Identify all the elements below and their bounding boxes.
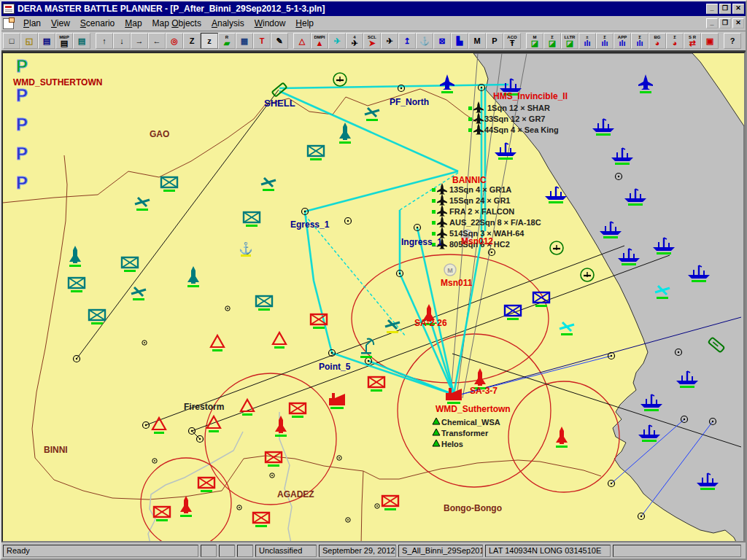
svg-text:P: P [16, 114, 28, 134]
menu-map-objects[interactable]: Map Objects [147, 17, 206, 30]
app-icon[interactable] [3, 4, 15, 14]
ship-button[interactable]: ▙ [451, 33, 468, 49]
map-label: Msn011 [441, 278, 473, 288]
restore-button[interactable]: ❐ [719, 4, 731, 14]
child-restore-button[interactable]: ❐ [719, 18, 731, 28]
dmpi-button[interactable]: DMPI▲ [311, 33, 328, 49]
p-flag-icon[interactable]: P [16, 114, 28, 134]
zoom-out-button[interactable]: z [201, 33, 218, 49]
bg-pie-button[interactable]: BG◕ [649, 33, 666, 49]
pan-down-button[interactable]: ↓ [113, 33, 131, 49]
pan-left-button[interactable]: ← [148, 33, 166, 49]
map-label: AGADEZ [277, 489, 314, 499]
status-panel-1 [201, 545, 217, 557]
menu-bar: PlanViewScenarioMapMap ObjectsAnalysisWi… [1, 16, 746, 31]
map-label: WMD_SUTHERTOWN [13, 77, 102, 88]
menu-window[interactable]: Window [249, 17, 291, 30]
menu-plan[interactable]: Plan [18, 17, 46, 30]
svg-text:⚓: ⚓ [239, 241, 253, 255]
map-label: Chemical_WSA [441, 418, 500, 427]
sam-site-button[interactable]: ↥ [398, 33, 416, 49]
center-target-button[interactable]: ◎ [166, 33, 183, 49]
lltr-map-button[interactable]: LLTR◪ [561, 33, 578, 49]
mission-marker-icon[interactable]: M [444, 264, 456, 276]
svg-text:P: P [16, 173, 28, 192]
map-label: Point_5 [319, 362, 351, 372]
mbp-print-button[interactable]: MBP▤ [55, 33, 73, 49]
aircraft-button[interactable]: ✈ [381, 33, 398, 49]
msn-map-button[interactable]: M◪ [526, 33, 543, 49]
p-overlay-button[interactable]: P [486, 33, 503, 49]
scenario-date: September 29, 2012 [319, 545, 396, 557]
route-button[interactable]: R▰ [218, 33, 236, 49]
map-label: AUS_22Sqn 8 × F/A-18C [449, 218, 541, 227]
sum-pie-button[interactable]: Σ◕ [666, 33, 684, 49]
sum-map-button[interactable]: Σ◪ [543, 33, 561, 49]
map-label: Msn012 [461, 236, 493, 246]
map-label: 44Sqn 4 × Sea King [484, 125, 559, 134]
map-area: PPPPP⚓MMWMD_SUTHERTOWNGAOSHELLPF_NorthHM… [1, 52, 746, 542]
toolbar-group-1: ↑↓→←◎ZzR▰▦T✎ [96, 33, 288, 49]
toolbar-group-3: M◪Σ◪LLTR◪±ılıΣılıAPPılıΣılıBG◕Σ◕S R⇄▣ [526, 33, 719, 49]
threat-triangle-button[interactable]: △ [293, 33, 311, 49]
child-minimize-button[interactable]: _ [706, 18, 718, 28]
p-flag-icon[interactable]: P [16, 85, 28, 105]
child-close-button[interactable]: ✕ [732, 18, 744, 28]
help-button[interactable]: ? [724, 33, 741, 49]
toolbar-group-0: □◱▤MBP▤▤ [3, 33, 90, 49]
cursor-coords: LAT 140934N LONG 0314510E [485, 545, 611, 557]
map-label: 1Sqn 12 × SHAR [487, 104, 550, 112]
menu-view[interactable]: View [46, 17, 75, 30]
draw-pencil-button[interactable]: ✎ [271, 33, 288, 49]
scl-button[interactable]: SCL➤ [363, 33, 381, 49]
aircraft-4-button[interactable]: 4✈ [346, 33, 363, 49]
p-flag-icon[interactable]: P [16, 144, 28, 163]
map-label: Transformer [441, 429, 489, 438]
application-window: DERA MASTER BATTLE PLANNER - [P_After_Bi… [0, 0, 747, 560]
status-panel-4 [613, 545, 741, 557]
map-label: 13Sqn 4 × GR1A [449, 185, 511, 194]
anchor-icon[interactable]: ⚓ [239, 241, 253, 257]
stats-pm-button[interactable]: ±ılı [578, 33, 596, 49]
mail-target-button[interactable]: ⊠ [433, 33, 451, 49]
menu-help[interactable]: Help [290, 17, 319, 30]
toolbar-group-2: △DMPI▲✈4✈SCL➤✈↥⚓⊠▙MPACOŦ [293, 33, 521, 49]
status-panel-2 [219, 545, 235, 557]
menu-map[interactable]: Map [120, 17, 147, 30]
map-label: Helos [441, 440, 463, 448]
map-label: Bongo-Bongo [444, 503, 502, 513]
title-bar[interactable]: DERA MASTER BATTLE PLANNER - [P_After_Bi… [1, 1, 746, 16]
pan-up-button[interactable]: ↑ [96, 33, 113, 49]
pan-right-button[interactable]: → [131, 33, 148, 49]
map-label: BINNI [44, 445, 68, 455]
text-tool-button[interactable]: T [253, 33, 271, 49]
aco-button[interactable]: ACOŦ [503, 33, 521, 49]
map-label: 33Sqn 12 × GR7 [484, 114, 545, 123]
map-label: SA-2-26 [414, 318, 447, 328]
grid-button[interactable]: ▦ [236, 33, 253, 49]
sr-swap-button[interactable]: S R⇄ [684, 33, 701, 49]
new-button[interactable]: □ [3, 33, 20, 49]
zoom-in-button[interactable]: Z [183, 33, 201, 49]
recon-aircraft-button[interactable]: ✈ [328, 33, 346, 49]
naval-anchor-button[interactable]: ⚓ [416, 33, 433, 49]
map-canvas[interactable]: PPPPP⚓MMWMD_SUTHERTOWNGAOSHELLPF_NorthHM… [3, 53, 744, 542]
stats-sum2-button[interactable]: Σılı [631, 33, 649, 49]
p-flag-icon[interactable]: P [16, 56, 28, 76]
close-button[interactable]: ✕ [732, 4, 744, 14]
svg-text:P: P [16, 85, 28, 105]
p-flag-icon[interactable]: P [16, 173, 28, 192]
menu-scenario[interactable]: Scenario [75, 17, 120, 30]
map-label: GAO [150, 129, 169, 139]
save-button[interactable]: ▤ [38, 33, 55, 49]
stats-app-button[interactable]: APPılı [614, 33, 631, 49]
record-button[interactable]: ▣ [701, 33, 719, 49]
stats-sum-button[interactable]: Σılı [596, 33, 614, 49]
print-button[interactable]: ▤ [73, 33, 90, 49]
minimize-button[interactable]: _ [706, 4, 718, 14]
status-message: Ready [3, 545, 198, 557]
menu-analysis[interactable]: Analysis [206, 17, 249, 30]
m-overlay-button[interactable]: M [468, 33, 486, 49]
document-icon[interactable] [3, 18, 14, 29]
open-button[interactable]: ◱ [20, 33, 38, 49]
